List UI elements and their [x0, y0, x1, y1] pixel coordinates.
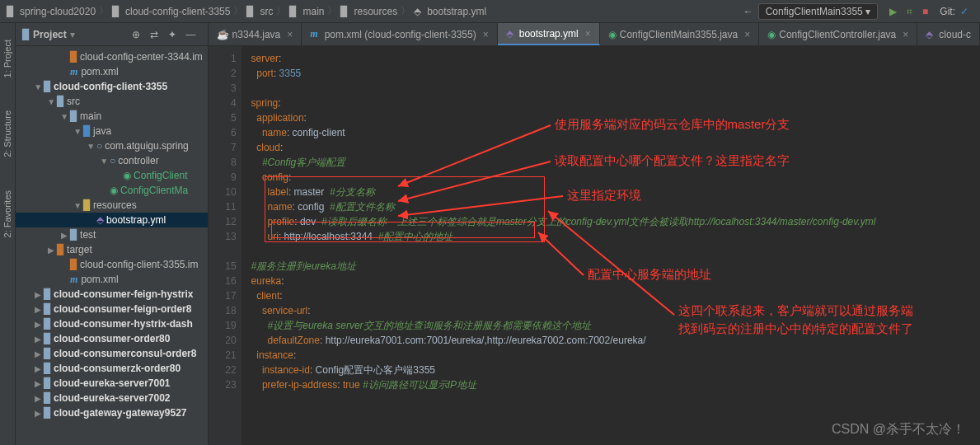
project-panel: ▉ Project ▾ ⊕ ⇄ ✦ — ▉cloud-config-center… [16, 23, 208, 445]
panel-title: Project [33, 29, 67, 40]
tree-item[interactable]: ▶▉test [16, 227, 207, 242]
tree-item[interactable]: ▉cloud-config-center-3344.im [16, 49, 207, 64]
close-icon[interactable]: × [585, 28, 591, 40]
collapse-icon[interactable]: ⊕ [127, 27, 145, 42]
crumb-file[interactable]: bootstrap.yml [427, 6, 486, 17]
tree-item[interactable]: ▼▉resources [16, 198, 207, 213]
tab-pom[interactable]: mpom.xml (cloud-config-client-3355)× [302, 23, 497, 45]
debug-icon[interactable]: ⌗ [902, 4, 917, 19]
tab-cloud[interactable]: ⬘cloud-c [917, 23, 980, 45]
tree-item[interactable]: mpom.xml [16, 272, 207, 287]
code-content[interactable]: server: port: 3355 spring: application: … [241, 46, 980, 445]
gear-icon[interactable]: ✦ [163, 27, 181, 42]
close-icon[interactable]: × [287, 29, 293, 40]
crumb-root[interactable]: spring-cloud2020 [20, 6, 96, 17]
tree-item[interactable]: ▶▉cloud-eureka-server7002 [16, 391, 207, 405]
editor-tabs: ☕n3344.java× mpom.xml (cloud-config-clie… [209, 23, 980, 46]
close-icon[interactable]: × [483, 29, 489, 40]
tree-item[interactable]: ▶▉cloud-eureka-server7001 [16, 376, 207, 391]
project-tree[interactable]: ▉cloud-config-center-3344.im mpom.xml ▼▉… [16, 46, 207, 445]
close-icon[interactable]: × [744, 29, 750, 40]
tree-item[interactable]: ▶▉cloud-consumer-hystrix-dash [16, 316, 207, 331]
tree-item[interactable]: ▼▉main [16, 109, 207, 124]
breadcrumb[interactable]: ▉spring-cloud2020 〉▉cloud-config-client-… [7, 4, 739, 18]
tab-main[interactable]: ◉ConfigClientMain3355.java× [600, 23, 759, 45]
git-update-icon[interactable]: ✓ [955, 4, 973, 19]
tree-item[interactable]: ▼▉src [16, 94, 207, 109]
run-icon[interactable]: ▶ [884, 4, 902, 19]
crumb-res[interactable]: resources [354, 6, 397, 17]
crumb-src[interactable]: src [260, 6, 273, 17]
run-config-dropdown[interactable]: ConfigClientMain3355 ▾ [758, 3, 878, 20]
tree-item[interactable]: ConfigClientMa [16, 183, 207, 198]
folder-icon: ▉ [7, 6, 14, 17]
back-icon[interactable]: ← [739, 4, 758, 19]
folder-icon: ▉ [22, 29, 30, 40]
watermark: CSDN @杀手不太冷！ [832, 421, 965, 438]
hide-icon[interactable]: — [181, 27, 201, 42]
navigation-bar: ▉spring-cloud2020 〉▉cloud-config-client-… [0, 0, 980, 23]
tab-favorites[interactable]: 2: Favorites [2, 190, 12, 237]
tab-structure[interactable]: 2: Structure [2, 110, 12, 157]
stop-icon[interactable]: ■ [917, 4, 933, 19]
tree-item[interactable]: ▶▉cloud-consumer-feign-order8 [16, 302, 207, 316]
tree-item[interactable]: ▶▉cloud-consumer-feign-hystrix [16, 287, 207, 302]
tab-project[interactable]: 1: Project [2, 40, 12, 77]
tree-item[interactable]: ▼com.atguigu.spring [16, 138, 207, 153]
tool-window-stripe: 1: Project 2: Structure 2: Favorites [0, 23, 16, 445]
tree-item[interactable]: ConfigClient [16, 168, 207, 183]
tree-item[interactable]: mpom.xml [16, 64, 207, 79]
tree-item-selected[interactable]: ⬘bootstrap.yml [16, 213, 207, 227]
tree-item[interactable]: ▶▉cloud-gateway-gateway9527 [16, 405, 207, 420]
expand-icon[interactable]: ⇄ [145, 27, 163, 42]
tree-item[interactable]: ▶▉target [16, 242, 207, 257]
tree-item[interactable]: ▶▉cloud-consumerconsul-order8 [16, 346, 207, 361]
tree-item[interactable]: ▼▉java [16, 124, 207, 138]
tab-bootstrap[interactable]: ⬘bootstrap.yml× [498, 23, 600, 45]
git-label: Git: [940, 6, 955, 17]
editor-area: ☕n3344.java× mpom.xml (cloud-config-clie… [209, 23, 980, 445]
tree-item[interactable]: ▉cloud-config-client-3355.im [16, 257, 207, 272]
editor-body[interactable]: 12345678910111213151617181920212223 serv… [209, 46, 980, 445]
tree-item[interactable]: ▶▉cloud-consumerzk-order80 [16, 361, 207, 376]
tab-n3344[interactable]: ☕n3344.java× [209, 23, 302, 45]
close-icon[interactable]: × [903, 29, 908, 40]
tree-item[interactable]: ▼controller [16, 153, 207, 168]
tree-item[interactable]: ▶▉cloud-consumer-order80 [16, 331, 207, 346]
line-gutter: 12345678910111213151617181920212223 [209, 46, 241, 445]
tree-item[interactable]: ▼▉cloud-config-client-3355 [16, 79, 207, 94]
crumb-main[interactable]: main [302, 6, 324, 17]
tab-controller[interactable]: ◉ConfigClientController.java× [759, 23, 917, 45]
crumb-module[interactable]: cloud-config-client-3355 [125, 6, 230, 17]
